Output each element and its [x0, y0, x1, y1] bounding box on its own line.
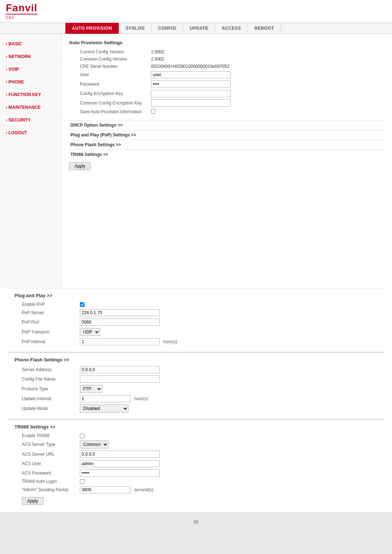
pnp-interval-unit: hour(s): [163, 339, 177, 344]
update-interval-label: Update Interval: [15, 396, 80, 401]
protocol-type-select[interactable]: FTP TFTP HTTP: [80, 385, 102, 393]
acs-server-url-row: ACS Server URL: [15, 451, 377, 458]
sidebar-item-logout[interactable]: › LOGOUT: [0, 127, 61, 139]
acs-server-url-label: ACS Server URL: [15, 452, 80, 457]
dhcp-option-link[interactable]: DHCP Option Settings >>: [69, 120, 385, 130]
save-auto-provision-checkbox[interactable]: [151, 109, 156, 114]
enable-tr069-checkbox[interactable]: [80, 434, 85, 438]
pnp-transport-label: PnP Transport: [15, 329, 80, 335]
update-interval-row: Update Interval hour(s): [15, 395, 377, 402]
auto-provision-title: Auto Provision Settings: [69, 40, 385, 45]
update-interval-input[interactable]: [80, 395, 131, 402]
pnp-enable-label: Enable PnP: [15, 302, 80, 307]
tab-update[interactable]: UPDATE: [183, 23, 215, 34]
acs-user-input[interactable]: [80, 460, 160, 467]
acs-password-row: ACS Password: [15, 469, 377, 477]
sidebar-item-function-key[interactable]: › FUNCTION KEY: [0, 89, 61, 101]
table-row: Common Config Version 2.0002: [69, 56, 385, 63]
acs-server-url-input[interactable]: [80, 451, 160, 458]
field-value-current-config: 2.0002: [149, 48, 385, 56]
header: Fanvil C62: [0, 0, 392, 23]
tr069-section: TR069 Settings >> Enable TR069 ACS Serve…: [7, 419, 385, 512]
page-footer: 66: [0, 512, 392, 532]
table-row: Save Auto Provision Information: [69, 108, 385, 116]
apply-button-top[interactable]: Apply: [69, 162, 91, 170]
server-address-label: Server Address: [15, 367, 80, 372]
table-row: Config Encryption Key: [69, 89, 385, 98]
tab-syslog[interactable]: SYSLOG: [119, 23, 152, 34]
inform-sending-period-input[interactable]: [80, 486, 131, 493]
pnp-enable-row: Enable PnP: [15, 302, 377, 307]
field-label-common-config: Common Config Version: [69, 56, 149, 63]
field-label-current-config: Current Config Version: [69, 48, 149, 56]
pnp-interval-input[interactable]: [80, 338, 160, 345]
sidebar-item-basic[interactable]: › BASIC: [0, 38, 61, 50]
update-mode-label: Update Mode: [15, 406, 80, 411]
field-value-cpe-serial: 00100400×H020010000000010e597052: [149, 63, 385, 70]
tr069-auto-login-checkbox[interactable]: [80, 479, 85, 484]
logo-fanvil-text: Fanvil: [6, 3, 37, 13]
page-number: 66: [193, 520, 198, 525]
config-file-name-input[interactable]: [80, 376, 160, 383]
pnp-transport-select[interactable]: UDP TCP: [80, 328, 100, 336]
server-address-row: Server Address: [15, 366, 377, 373]
update-mode-row: Update Mode Disabled Update after reboot…: [15, 405, 377, 413]
pnp-section-title: Plug and Play >>: [15, 293, 377, 298]
acs-password-input[interactable]: [80, 469, 160, 477]
field-label-common-enc-key: Common Config Encryption Key: [69, 98, 149, 108]
protocol-type-row: Protocol Type FTP TFTP HTTP: [15, 385, 377, 393]
sidebar-item-security[interactable]: › SECURITY: [0, 114, 61, 127]
enable-pnp-checkbox[interactable]: [80, 302, 85, 307]
acs-server-type-select[interactable]: Common: [80, 440, 109, 448]
apply-button-bottom[interactable]: Apply: [22, 497, 44, 505]
acs-user-row: ACS User: [15, 460, 377, 467]
tr069-auto-login-label: TR069 Auto Login: [15, 479, 80, 484]
update-mode-select[interactable]: Disabled Update after reboot Update peri…: [80, 405, 128, 413]
config-enc-key-input[interactable]: [151, 90, 231, 97]
password-input[interactable]: [151, 81, 231, 88]
common-enc-key-input[interactable]: [151, 99, 231, 107]
sidebar-item-voip[interactable]: › VOIP: [0, 63, 61, 76]
tr069-auto-login-row: TR069 Auto Login: [15, 479, 377, 484]
tab-auto-provision[interactable]: AUTO PROVISION: [65, 23, 119, 34]
sidebar-item-maintenance[interactable]: › MAINTENANCE: [0, 101, 61, 114]
pnp-transport-row: PnP Transport UDP TCP: [15, 328, 377, 336]
field-label-save-auto: Save Auto Provision Information: [69, 108, 149, 116]
field-value-common-config: 2.0002: [149, 56, 385, 63]
pnp-port-label: PnP Port: [15, 320, 80, 325]
acs-server-type-label: ACS Server Type: [15, 442, 80, 447]
tab-access[interactable]: ACCESS: [215, 23, 248, 34]
tr069-link[interactable]: TR069 Settings >>: [69, 149, 385, 159]
pnp-interval-label: PnP Interval: [15, 339, 80, 344]
tab-reboot[interactable]: REBOOT: [248, 23, 281, 34]
acs-server-type-row: ACS Server Type Common: [15, 440, 377, 448]
config-file-name-label: Config File Name: [15, 377, 80, 382]
table-row: CPE Serial Number 00100400×H020010000000…: [69, 63, 385, 70]
nav-tabs: AUTO PROVISION SYSLOG CONFIG UPDATE ACCE…: [0, 23, 392, 34]
field-label-user: User: [69, 70, 149, 79]
pnp-server-input[interactable]: [80, 309, 160, 316]
server-address-input[interactable]: [80, 366, 160, 373]
logo-model-text: C62: [6, 14, 37, 20]
field-label-config-enc-key: Config Encryption Key: [69, 89, 149, 98]
update-interval-unit: hour(s): [134, 396, 148, 401]
tr069-section-title: TR069 Settings >>: [15, 424, 377, 430]
pnp-server-label: PnP Server: [15, 310, 80, 315]
user-input[interactable]: [151, 71, 231, 78]
logo: Fanvil C62: [6, 3, 37, 20]
enable-tr069-row: Enable TR069: [15, 433, 377, 438]
field-label-password: Password: [69, 79, 149, 89]
phone-flash-link[interactable]: Phone Flash Settings >>: [69, 140, 385, 149]
pnp-settings-link[interactable]: Plug and Play (PnP) Settings >>: [69, 130, 385, 140]
protocol-type-label: Protocol Type: [15, 386, 80, 391]
main-layout: › BASIC › NETWORK › VOIP › PHONE › FUNCT…: [0, 34, 392, 288]
sidebar-item-network[interactable]: › NETWORK: [0, 50, 61, 63]
apply-row-top: Apply: [69, 162, 385, 170]
tab-config[interactable]: CONFIG: [152, 23, 183, 34]
field-label-cpe-serial: CPE Serial Number: [69, 63, 149, 70]
sidebar-item-phone[interactable]: › PHONE: [0, 76, 61, 89]
enable-tr069-label: Enable TR069: [15, 433, 80, 438]
apply-row-bottom: Apply: [15, 497, 377, 505]
pnp-port-input[interactable]: [80, 319, 160, 326]
phone-flash-section: Phone Flash Settings >> Server Address C…: [7, 352, 385, 419]
